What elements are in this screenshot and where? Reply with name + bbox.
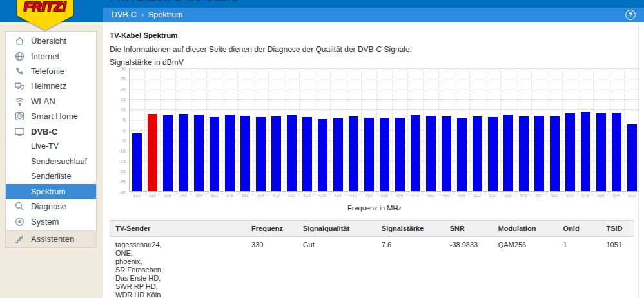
steps-icon bbox=[14, 234, 25, 245]
top-header-bar: FRITZ!Box 6490 Cable DVB-C›Spektrum ? bbox=[0, 0, 644, 22]
breadcrumb-separator: › bbox=[141, 10, 144, 19]
tv-icon bbox=[14, 126, 25, 137]
bar-490 bbox=[442, 116, 451, 191]
sidebar-item-spektrum[interactable]: Spektrum bbox=[6, 184, 96, 199]
y-tick--15: -15 bbox=[119, 158, 126, 164]
bar-slot-442 bbox=[346, 68, 361, 191]
cell-onid: 1 bbox=[558, 237, 601, 298]
bar-378 bbox=[225, 115, 235, 191]
sidebar-item-telefonie[interactable]: Telefonie bbox=[6, 64, 96, 79]
y-tick-0: 0 bbox=[123, 127, 126, 133]
fritz-logo[interactable]: FRITZ! bbox=[17, 0, 73, 30]
col-header-frequenz: Frequenz bbox=[246, 221, 298, 237]
bar-slot-450 bbox=[361, 68, 376, 191]
phone-icon bbox=[14, 66, 25, 77]
bar-498 bbox=[457, 118, 467, 191]
bar-slot-330 bbox=[144, 68, 160, 191]
bar-slot-394 bbox=[253, 68, 268, 191]
help-icon[interactable]: ? bbox=[625, 10, 636, 20]
bar-434 bbox=[333, 118, 343, 191]
bar-slot-490 bbox=[438, 68, 454, 191]
y-tick-15: 15 bbox=[121, 97, 126, 102]
page-description: Die Informationen auf dieser Seite diene… bbox=[110, 45, 644, 54]
chart-y-axis-title: Signalstärke in dBmV bbox=[110, 58, 644, 67]
sidebar-item--bersicht[interactable]: Übersicht bbox=[6, 33, 96, 48]
breadcrumb-section[interactable]: DVB-C bbox=[112, 10, 137, 19]
cell-signalqualit-t: Gut bbox=[298, 237, 376, 298]
h-gridline bbox=[130, 192, 639, 192]
bar-354 bbox=[194, 115, 204, 191]
bar-530 bbox=[488, 117, 498, 191]
x-tick-346: 346 bbox=[175, 192, 191, 198]
breadcrumb-page: Spektrum bbox=[148, 10, 183, 19]
x-tick-474: 474 bbox=[407, 192, 423, 198]
y-tick-10: 10 bbox=[121, 107, 126, 113]
x-tick-610: 610 bbox=[624, 192, 639, 198]
sidebar-item-assistenten[interactable]: Assistenten bbox=[6, 230, 96, 247]
bar-562 bbox=[550, 116, 560, 191]
sidebar-item-heimnetz[interactable]: Heimnetz bbox=[6, 79, 96, 93]
sidebar-item-label: Diagnose bbox=[31, 201, 66, 211]
bar-slot-482 bbox=[423, 68, 438, 191]
bar-466 bbox=[395, 118, 405, 191]
logo-text: FRITZ! bbox=[24, 0, 66, 30]
bar-338 bbox=[163, 115, 173, 191]
devices-icon bbox=[14, 80, 25, 91]
sidebar-item-sendersuchlauf[interactable]: Sendersuchlauf bbox=[6, 154, 96, 169]
sidebar-item-system[interactable]: System bbox=[6, 214, 96, 229]
bar-slot-594 bbox=[609, 68, 624, 191]
x-tick-578: 578 bbox=[578, 192, 593, 198]
col-header-signalqualit-t: Signalqualität bbox=[298, 221, 376, 237]
sidebar-item-label: Sendersuchlauf bbox=[31, 157, 87, 166]
bar-slot-530 bbox=[485, 68, 500, 191]
x-tick-530: 530 bbox=[485, 192, 500, 198]
bar-slot-362 bbox=[206, 68, 222, 191]
bar-slot-610 bbox=[624, 68, 639, 191]
bar-610 bbox=[627, 124, 637, 191]
breadcrumb: DVB-C›Spektrum bbox=[112, 10, 182, 19]
y-tick-5: 5 bbox=[123, 117, 126, 123]
x-tick-522: 522 bbox=[469, 192, 485, 198]
x-tick-594: 594 bbox=[609, 192, 624, 198]
outlet-icon bbox=[14, 111, 25, 122]
chart-x-axis-title: Frequenz in MHz bbox=[110, 204, 639, 212]
sidebar-item-label: Senderliste bbox=[31, 172, 72, 181]
x-tick-554: 554 bbox=[531, 192, 547, 198]
gear-icon bbox=[14, 216, 25, 227]
col-header-modulation: Modulation bbox=[493, 221, 558, 237]
sidebar-item-diagnose[interactable]: Diagnose bbox=[6, 199, 96, 214]
bar-570 bbox=[565, 113, 575, 191]
bar-546 bbox=[519, 116, 529, 191]
x-tick-458: 458 bbox=[376, 192, 392, 198]
wifi-icon bbox=[14, 96, 25, 107]
y-tick--5: -5 bbox=[121, 138, 126, 144]
x-tick-378: 378 bbox=[222, 192, 237, 198]
bar-586 bbox=[596, 113, 606, 191]
x-tick-490: 490 bbox=[438, 192, 454, 198]
sidebar-item-dvb-c[interactable]: DVB-C bbox=[6, 124, 96, 138]
x-tick-410: 410 bbox=[284, 192, 299, 198]
bar-slot-458 bbox=[376, 68, 392, 191]
bar-slot-386 bbox=[237, 68, 253, 191]
col-header-snr: SNR bbox=[445, 221, 493, 237]
page: FRITZ!Box 6490 Cable DVB-C›Spektrum ? FR… bbox=[0, 0, 644, 298]
x-tick-466: 466 bbox=[392, 192, 407, 198]
bar-slot-546 bbox=[516, 68, 531, 191]
sidebar-item-smart-home[interactable]: Smart Home bbox=[6, 109, 96, 124]
bar-slot-538 bbox=[500, 68, 516, 191]
sidebar-item-label: Übersicht bbox=[31, 36, 66, 46]
sidebar-item-wlan[interactable]: WLAN bbox=[6, 94, 96, 109]
sidebar-item-label: Heimnetz bbox=[31, 81, 66, 91]
bar-slot-554 bbox=[531, 68, 547, 191]
x-tick-354: 354 bbox=[191, 192, 206, 198]
sidebar-item-senderliste[interactable]: Senderliste bbox=[6, 169, 96, 184]
y-tick--20: -20 bbox=[119, 169, 126, 174]
bar-slot-578 bbox=[578, 68, 593, 191]
x-tick-538: 538 bbox=[500, 192, 516, 198]
bar-442 bbox=[349, 116, 358, 191]
sidebar-item-live-tv[interactable]: Live-TV bbox=[6, 139, 96, 154]
sidebar-item-label: Internet bbox=[31, 51, 59, 61]
sidebar-item-internet[interactable]: Internet bbox=[6, 48, 96, 63]
bar-538 bbox=[503, 115, 513, 191]
bar-slot-586 bbox=[593, 68, 609, 191]
